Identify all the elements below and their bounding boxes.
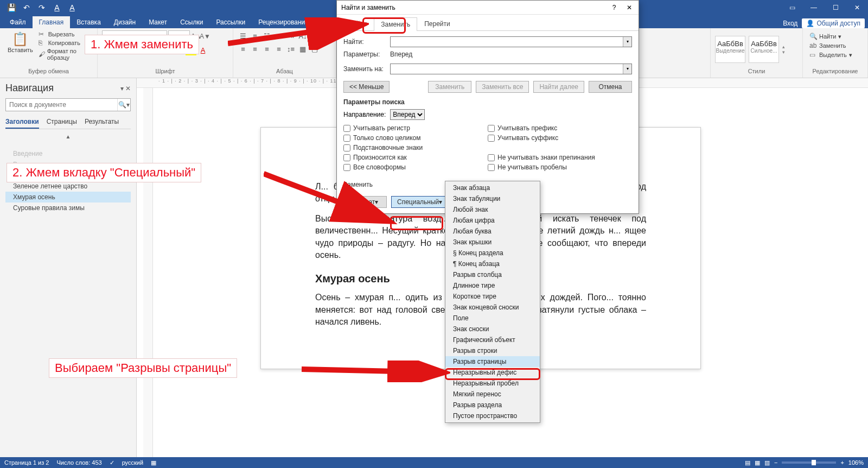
nav-heading-item[interactable]: Суровые правила зимы bbox=[5, 203, 131, 213]
replace-all-button[interactable]: Заменить все bbox=[476, 81, 529, 93]
font-color-qat-icon[interactable]: A bbox=[51, 2, 63, 14]
whole-words-checkbox[interactable]: Только слово целиком bbox=[343, 134, 488, 142]
save-icon[interactable]: 💾 bbox=[5, 2, 17, 14]
special-menu-item[interactable]: Неразрывный пробел bbox=[445, 378, 540, 389]
status-words[interactable]: Число слов: 453 bbox=[56, 459, 101, 466]
view-read-icon[interactable]: ▤ bbox=[745, 459, 750, 466]
style-strong[interactable]: АаБбВвСильное... bbox=[749, 36, 779, 63]
close-icon[interactable]: ✕ bbox=[846, 0, 868, 15]
special-menu-item[interactable]: Пустое пространство bbox=[445, 410, 540, 421]
sounds-like-checkbox[interactable]: Произносится как bbox=[343, 154, 488, 161]
nav-tab-headings[interactable]: Заголовки bbox=[5, 116, 39, 129]
ignore-punct-checkbox[interactable]: Не учитывать знаки препинания bbox=[488, 154, 632, 161]
redo-icon[interactable]: ↷ bbox=[36, 2, 48, 14]
special-button[interactable]: Специальный ▾ bbox=[391, 196, 448, 208]
special-menu-item[interactable]: Разрыв страницы bbox=[445, 356, 540, 367]
special-menu-item[interactable]: Любая буква bbox=[445, 226, 540, 237]
decrease-font-icon[interactable]: A▼ bbox=[200, 33, 207, 40]
status-language[interactable]: русский bbox=[122, 459, 143, 466]
status-proofing-icon[interactable]: ✓ bbox=[110, 459, 114, 466]
nav-collapse-toggle[interactable]: ▲ bbox=[5, 131, 131, 142]
tab-file[interactable]: Файл bbox=[3, 16, 33, 28]
special-menu-item[interactable]: Любая цифра bbox=[445, 215, 540, 226]
sign-in-link[interactable]: Вход bbox=[783, 20, 797, 27]
replace-with-input[interactable]: ▾ bbox=[390, 64, 632, 74]
less-button[interactable]: << Меньше bbox=[343, 81, 390, 93]
ignore-space-checkbox[interactable]: Не учитывать пробелы bbox=[488, 163, 632, 171]
minimize-icon[interactable]: ― bbox=[803, 0, 825, 15]
nav-heading-item[interactable]: Хмурая осень bbox=[5, 192, 131, 203]
select-label: Выделить bbox=[819, 52, 847, 58]
direction-select[interactable]: Вперед bbox=[390, 109, 425, 120]
special-menu-item[interactable]: Знак концевой сноски bbox=[445, 302, 540, 313]
tab-insert[interactable]: Вставка bbox=[70, 16, 107, 28]
special-menu-item[interactable]: Знак абзаца bbox=[445, 182, 540, 193]
view-web-icon[interactable]: ▥ bbox=[764, 459, 770, 466]
chevron-down-icon[interactable]: ▾ bbox=[623, 64, 631, 74]
replace-label: Заменить bbox=[819, 42, 846, 49]
share-button[interactable]: 👤Общий доступ bbox=[802, 18, 865, 28]
styles-more-icon[interactable]: ▴▾ bbox=[782, 44, 785, 55]
nav-close-icon[interactable]: ✕ bbox=[125, 85, 131, 92]
tab-layout[interactable]: Макет bbox=[142, 16, 174, 28]
tab-design[interactable]: Дизайн bbox=[107, 16, 142, 28]
paste-button[interactable]: 📋 Вставить bbox=[4, 30, 36, 54]
nav-tab-pages[interactable]: Страницы bbox=[47, 116, 77, 129]
find-button[interactable]: 🔍Найти ▾ bbox=[809, 33, 841, 40]
zoom-level[interactable]: 106% bbox=[848, 459, 864, 466]
match-case-checkbox[interactable]: Учитывать регистр bbox=[343, 124, 488, 132]
nav-tab-results[interactable]: Результаты bbox=[85, 116, 119, 129]
replace-button[interactable]: Заменить bbox=[428, 81, 471, 93]
search-icon[interactable]: 🔍▾ bbox=[117, 99, 130, 111]
special-menu-item[interactable]: Знак сноски bbox=[445, 324, 540, 334]
nav-heading-item[interactable]: Введение bbox=[5, 148, 131, 159]
ignore-punct-label: Не учитывать знаки препинания bbox=[497, 154, 595, 161]
match-suffix-checkbox[interactable]: Учитывать суффикс bbox=[488, 134, 632, 142]
special-menu-item[interactable]: ¶ Конец абзаца bbox=[445, 258, 540, 269]
tab-references[interactable]: Ссылки bbox=[174, 16, 209, 28]
cancel-button[interactable]: Отмена bbox=[589, 81, 632, 93]
select-button[interactable]: ▭Выделить ▾ bbox=[809, 51, 852, 59]
special-menu-item[interactable]: Разрыв строки bbox=[445, 345, 540, 356]
status-macro-icon[interactable]: ▦ bbox=[151, 459, 156, 466]
status-page[interactable]: Страница 1 из 2 bbox=[4, 459, 49, 466]
special-menu-item[interactable]: Короткое тире bbox=[445, 291, 540, 302]
special-menu-item[interactable]: Неразрывный дефис bbox=[445, 367, 540, 378]
find-next-button[interactable]: Найти далее bbox=[533, 81, 584, 93]
zoom-out-icon[interactable]: − bbox=[774, 459, 777, 466]
special-menu-item[interactable]: Поле bbox=[445, 313, 540, 324]
zoom-slider[interactable] bbox=[782, 461, 836, 464]
zoom-in-icon[interactable]: + bbox=[840, 459, 844, 466]
tab-home[interactable]: Главная bbox=[33, 16, 71, 28]
nav-dropdown-icon[interactable]: ▾ bbox=[120, 85, 124, 92]
find-what-input[interactable]: ▾ bbox=[390, 36, 632, 47]
replace-button[interactable]: abЗаменить bbox=[809, 42, 846, 49]
options-value: Вперед bbox=[390, 50, 412, 58]
view-print-icon[interactable]: ▦ bbox=[755, 459, 760, 466]
nav-heading-item[interactable]: Зеленое летнее царство bbox=[5, 181, 131, 192]
special-menu-item[interactable]: § Конец раздела bbox=[445, 248, 540, 258]
special-menu-item[interactable]: Мягкий перенос bbox=[445, 389, 540, 400]
special-menu-item[interactable]: Любой знак bbox=[445, 204, 540, 215]
undo-icon[interactable]: ↶ bbox=[21, 2, 33, 14]
dialog-close-icon[interactable]: ✕ bbox=[622, 4, 636, 11]
dialog-tab-replace[interactable]: Заменить bbox=[374, 17, 417, 31]
style-emphasis[interactable]: АаБбВвВыделение bbox=[715, 36, 745, 63]
nav-search-input[interactable] bbox=[6, 99, 117, 111]
nav-search-box[interactable]: 🔍▾ bbox=[5, 98, 131, 111]
maximize-icon[interactable]: ☐ bbox=[825, 0, 846, 15]
special-menu-item[interactable]: Длинное тире bbox=[445, 280, 540, 291]
ribbon-options-icon[interactable]: ▭ bbox=[781, 0, 803, 15]
dialog-help-icon[interactable]: ? bbox=[607, 4, 621, 11]
special-menu-item[interactable]: Разрыв столбца bbox=[445, 269, 540, 280]
special-menu-item[interactable]: Графический объект bbox=[445, 334, 540, 345]
wildcards-label: Подстановочные знаки bbox=[353, 144, 423, 151]
wildcards-checkbox[interactable]: Подстановочные знаки bbox=[343, 144, 488, 151]
highlight-qat-icon[interactable]: A bbox=[66, 2, 78, 14]
dialog-tab-goto[interactable]: Перейти bbox=[417, 17, 457, 30]
match-prefix-checkbox[interactable]: Учитывать префикс bbox=[488, 124, 632, 132]
special-menu-item[interactable]: Знак табуляции bbox=[445, 193, 540, 204]
special-menu-item[interactable]: Разрыв раздела bbox=[445, 400, 540, 410]
chevron-down-icon[interactable]: ▾ bbox=[623, 37, 631, 47]
special-menu-item[interactable]: Знак крышки bbox=[445, 237, 540, 248]
